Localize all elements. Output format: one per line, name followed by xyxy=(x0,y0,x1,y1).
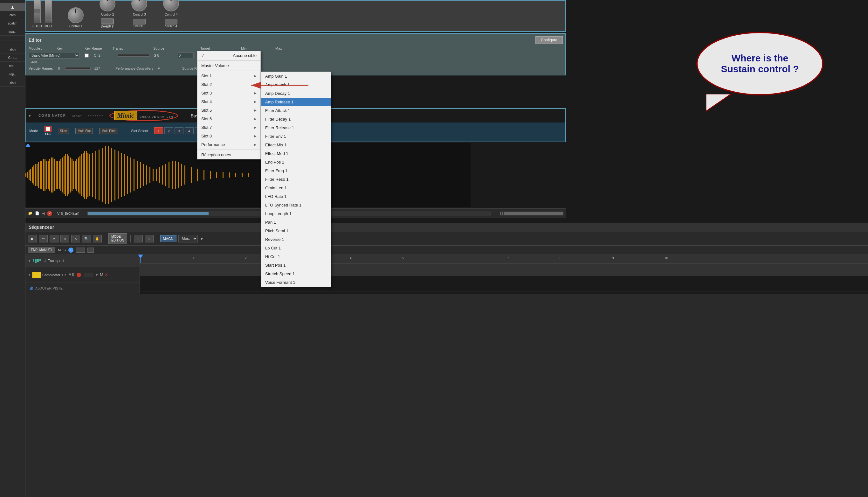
control3-knob[interactable] xyxy=(131,0,147,12)
performance-item[interactable]: Performance ▶ xyxy=(197,140,261,149)
performance-controllers[interactable]: Performance Controllers xyxy=(115,67,153,70)
effect-mod-1-item[interactable]: Effect Mod 1 xyxy=(261,149,331,158)
filter-decay-1-item[interactable]: Filter Decay 1 xyxy=(261,115,331,124)
effect-mix-1-item[interactable]: Effect Mix 1 xyxy=(261,141,331,149)
track-expand2[interactable]: ▾ xyxy=(64,273,66,276)
track-fader[interactable] xyxy=(84,273,93,277)
filter-reso-1-item[interactable]: Filter Reso 1 xyxy=(261,175,331,184)
sidebar-item-5[interactable] xyxy=(0,41,25,45)
list-view-btn[interactable] xyxy=(87,247,94,253)
slot-2-btn[interactable]: 2 xyxy=(164,127,173,134)
pencil-tool-btn[interactable]: ✏ xyxy=(39,235,48,242)
pitch-slider[interactable] xyxy=(34,0,41,23)
level-bar3 xyxy=(37,259,39,262)
slot4-item[interactable]: Slot 4 ▶ xyxy=(197,97,261,106)
add-label[interactable]: Add... xyxy=(31,60,40,64)
magn-btn[interactable]: MAGN xyxy=(160,235,176,242)
sidebar-item-4[interactable] xyxy=(0,36,25,40)
sidebar-item-3[interactable]: epa... xyxy=(0,28,25,36)
module-checkbox[interactable] xyxy=(85,54,89,58)
lfo-rate-1-item[interactable]: LFO Rate 1 xyxy=(261,192,331,201)
slot-4-btn[interactable]: 4 xyxy=(185,127,194,134)
configure-button[interactable]: Configure xyxy=(535,36,563,44)
filter-release-1-item[interactable]: Filter Release 1 xyxy=(261,124,331,132)
slot6-item[interactable]: Slot 6 ▶ xyxy=(197,115,261,123)
end-pos-1-item[interactable]: End Pos 1 xyxy=(261,158,331,167)
track-close-btn[interactable]: ✕ xyxy=(105,272,108,277)
sidebar-scroll-up[interactable]: ▲ xyxy=(0,3,25,11)
mes-dropdown-arrow[interactable]: ▼ xyxy=(200,236,204,241)
key-range-slider[interactable] xyxy=(118,54,150,57)
reception-notes-item[interactable]: Réception notes xyxy=(197,151,261,159)
hi-cut-1-item[interactable]: Hi Cut 1 xyxy=(261,252,331,261)
combinator-track-expand[interactable]: ▼ xyxy=(28,273,31,276)
control1-knob[interactable] xyxy=(68,7,84,23)
start-pos-1-item[interactable]: Start Pos 1 xyxy=(261,261,331,270)
slot5-item[interactable]: Slot 5 ▶ xyxy=(197,106,261,115)
mod-slider[interactable] xyxy=(45,0,52,23)
loop-length-1-item[interactable]: Loop Length 1 xyxy=(261,209,331,218)
reverse-1-item[interactable]: Reverse 1 xyxy=(261,235,331,244)
enr-manuel-btn[interactable]: ENR. MANUEL xyxy=(28,247,55,253)
lo-cut-1-item[interactable]: Lo Cut 1 xyxy=(261,244,331,252)
filter-freq-1-item[interactable]: Filter Freq 1 xyxy=(261,167,331,175)
mute-tool-btn[interactable]: ✕ xyxy=(71,235,80,242)
control4-switch[interactable] xyxy=(165,19,177,25)
control3-switch[interactable] xyxy=(133,19,146,25)
no-target-item[interactable]: Aucune cible xyxy=(197,51,261,60)
control4-knob[interactable] xyxy=(163,0,179,12)
glue-tool-btn[interactable]: ◇ xyxy=(60,235,69,242)
sidebar-item-6[interactable]: atch xyxy=(0,46,25,54)
multi-pitch-btn[interactable]: Multi Pitch xyxy=(99,128,118,134)
transport-expand[interactable]: ▼ xyxy=(28,259,31,262)
sidebar-item-7[interactable]: G.re... xyxy=(0,54,25,62)
mode-edition-btn[interactable]: MODEÉDITION xyxy=(108,233,127,244)
slot7-item[interactable]: Slot 7 ▶ xyxy=(197,123,261,132)
grain-len-1-item[interactable]: Grain Len 1 xyxy=(261,184,331,192)
m-track-btn[interactable]: M xyxy=(69,273,71,276)
amp-release-1-item[interactable]: Amp Release 1 xyxy=(261,98,331,106)
sidebar-item-1[interactable]: atch xyxy=(0,12,25,19)
rec-track-btn[interactable] xyxy=(77,273,81,277)
svg-rect-41 xyxy=(87,153,88,197)
velocity-slider[interactable] xyxy=(65,67,91,70)
stretch-speed-1-item[interactable]: Stretch Speed 1 xyxy=(261,270,331,278)
select-tool-btn[interactable]: ▶ xyxy=(28,235,37,242)
s-track-btn[interactable]: S xyxy=(72,273,74,276)
scissors-tool-btn[interactable]: ✂ xyxy=(49,235,59,242)
pan-1-item[interactable]: Pan 1 xyxy=(261,218,331,227)
quantize-btn[interactable]: ⊞ xyxy=(145,235,153,242)
sidebar-item-8[interactable]: rep... xyxy=(0,62,25,70)
transp-input[interactable] xyxy=(178,53,194,58)
sidebar-item-9[interactable]: .rep... xyxy=(0,71,25,78)
filter-env-1-item[interactable]: Filter Env 1 xyxy=(261,132,331,141)
pitch-semi-1-item[interactable]: Pitch Semi 1 xyxy=(261,227,331,235)
multi-slot-btn[interactable]: Multi Slot xyxy=(75,128,93,134)
lfo-synced-rate-1-item[interactable]: LFO Synced Rate 1 xyxy=(261,201,331,209)
mes-select[interactable]: Mes. xyxy=(178,235,198,242)
filter-attack-1-item[interactable]: Filter Attack 1 xyxy=(261,106,331,115)
add-piste-btn[interactable]: ⊕ AJOUTER PISTE xyxy=(26,283,139,294)
sidebar-item-10[interactable]: atch xyxy=(0,79,25,87)
slot-3-btn[interactable]: 3 xyxy=(175,127,183,134)
master-volume-item[interactable]: Master Volume xyxy=(197,61,261,70)
control2-knob[interactable] xyxy=(100,0,115,12)
module-select[interactable]: Basic Vibe (Mimic) xyxy=(29,52,79,59)
hand-tool-btn[interactable]: ✋ xyxy=(93,235,102,242)
track-mute-btn[interactable]: M xyxy=(100,272,103,277)
arrow-left-icon[interactable]: ◀ xyxy=(42,211,45,215)
magnify-tool-btn[interactable]: 🔍 xyxy=(82,235,91,242)
add-automation-btn[interactable]: + xyxy=(134,235,143,242)
sidebar-item-2[interactable]: epatch xyxy=(0,20,25,27)
voice-formant-1-item[interactable]: Voice Formant 1 xyxy=(261,278,331,287)
slot8-item[interactable]: Slot 8 ▶ xyxy=(197,132,261,140)
slice-btn[interactable]: Slice xyxy=(58,128,69,134)
svg-rect-44 xyxy=(95,151,96,199)
speech-bubble: Where is the Sustain control ? xyxy=(696,32,830,96)
slot-1-btn[interactable]: 1 xyxy=(154,127,163,134)
grid-view-btn[interactable] xyxy=(76,247,85,253)
switch1-btn[interactable] xyxy=(101,18,114,24)
close-btn[interactable]: ✕ xyxy=(47,211,52,216)
add-track-btn-circle[interactable]: + xyxy=(68,247,73,253)
track-fader-dropdown[interactable]: ▼ xyxy=(95,273,99,277)
